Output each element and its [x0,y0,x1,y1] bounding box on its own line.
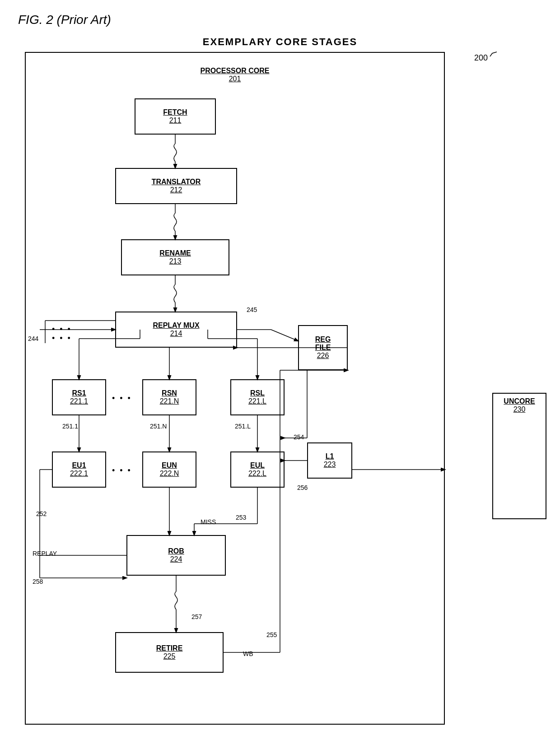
dots-rs: • • • [112,394,132,403]
ref-253: 253 [236,514,246,521]
ref-257: 257 [191,613,202,620]
ref-252: 252 [36,510,47,517]
processor-core-num: 201 [25,75,445,83]
ref-replay: REPLAY [33,550,57,557]
ref-200: 200 [474,53,488,63]
rsn-block: RSN 221.N [142,379,196,415]
retire-block: RETIRE 225 [115,632,224,673]
rsl-block: RSL 221.L [230,379,285,415]
processor-core-label: PROCESSOR CORE [25,67,445,75]
ref-251-n: 251.N [150,423,167,430]
reg-file-block: REG FILE 226 [298,325,348,370]
uncore-block: UNCORE 230 [492,393,546,519]
ref-258: 258 [33,578,43,585]
eu1-block: EU1 222.1 [52,451,106,488]
ref-256: 256 [297,484,308,491]
ref-251-1: 251.1 [62,423,78,430]
ref-255: 255 [266,631,277,638]
eul-block: EUL 222.L [230,451,285,488]
main-title: EXEMPLARY CORE STAGES [203,36,357,48]
ref-254: 254 [294,433,304,441]
eun-block: EUN 222.N [142,451,196,488]
ref-244: 244 [28,335,38,342]
rob-block: ROB 224 [126,535,226,576]
ref-miss: MISS [201,518,216,526]
translator-block: TRANSLATOR 212 [115,168,237,204]
replay-mux-block: REPLAY MUX 214 [115,312,237,348]
dots-eu: • • • [112,466,132,475]
rs1-block: RS1 221.1 [52,379,106,415]
fig-label: FIG. 2 (Prior Art) [18,13,111,27]
l1-block: L1 223 [307,442,352,479]
ref-245: 245 [247,306,257,313]
rename-block: RENAME 213 [121,239,229,275]
ref-wb: WB [243,650,253,657]
fetch-block: FETCH 211 [135,98,216,135]
ref-251-l: 251.L [235,423,251,430]
